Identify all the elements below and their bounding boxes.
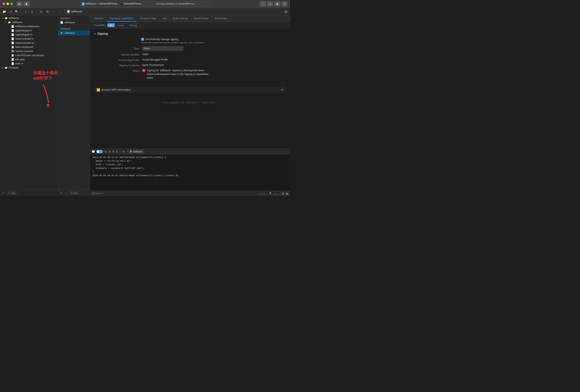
tree-item-products[interactable]: ▶ 📁 Products: [0, 66, 58, 70]
traffic-lights: [2, 2, 13, 5]
add-capability-button[interactable]: + Capability: [92, 24, 105, 27]
prev-nav-icon[interactable]: ‹: [51, 9, 56, 14]
section-toggle-icon[interactable]: ▼: [94, 33, 96, 35]
run-status-bar: Running wifiName on Dexter的iPhone: [143, 1, 209, 6]
add-editor-button[interactable]: ＋: [260, 1, 266, 7]
tree-item-main-storyboard[interactable]: ▶ 📋 Main.storyboard: [0, 45, 58, 49]
team-label: Team: [98, 46, 140, 51]
tab-build-settings[interactable]: Build Settings: [170, 15, 191, 22]
file-icon: 📄: [67, 10, 70, 13]
status-text-area: Signing for "wifiName" requires a develo…: [147, 69, 214, 80]
run-button[interactable]: ▶: [17, 1, 22, 6]
toolbar-sep-3: [64, 9, 65, 14]
warning-icon[interactable]: ⚠: [23, 9, 28, 14]
inspector-button[interactable]: ☰: [282, 1, 288, 6]
diff-icon[interactable]: Δ: [29, 9, 34, 14]
console-up-icon[interactable]: ⬆: [112, 150, 115, 153]
tree-item-info-plist[interactable]: ▶ 📄 Info.plist: [0, 57, 58, 62]
layout-toggle-button[interactable]: ⇄: [267, 1, 273, 6]
console-sep: [126, 150, 126, 153]
fullscreen-button[interactable]: [10, 2, 13, 5]
seg-all-button[interactable]: All: [107, 23, 115, 27]
console-split-icon[interactable]: ⊡: [116, 150, 118, 153]
bundle-id-value: -0000: [142, 52, 214, 56]
folder-icon-products: 📁: [4, 66, 8, 69]
tree-label-mainm: main.m: [15, 62, 23, 65]
seg-release-button[interactable]: Release: [127, 23, 140, 27]
tab-signing[interactable]: Signing & Capabilities: [107, 15, 137, 22]
tree-item-viewcontroller-h[interactable]: ▶ 📄 ViewController.h: [0, 37, 58, 41]
targets-section-label: TARGETS: [58, 27, 90, 31]
project-nav-icon: 📄: [60, 21, 63, 24]
sidebar-bottom: ＋ ⊙ Filter: [0, 190, 58, 196]
grid-icon[interactable]: ⊞: [45, 9, 50, 14]
tree-label-sub: wifiName: [12, 21, 22, 24]
console-line-5: }: [92, 170, 288, 174]
bundle-id-label: Bundle Identifier: [98, 52, 140, 56]
tree-item-entitlements[interactable]: ▶ 📄 wifiName.entitlements: [0, 24, 58, 28]
source-control-icon[interactable]: ⎇: [8, 9, 13, 14]
console-output[interactable]: 2020-08-05 08:41:07.089798+0800 wifiName…: [90, 155, 290, 191]
nav-item-target[interactable]: ⚡ wifiName: [58, 31, 90, 35]
targets-section: TARGETS ⚡ wifiName: [58, 26, 90, 36]
view-mode-button[interactable]: ▣: [274, 1, 280, 6]
tree-item-appdelegate-m[interactable]: ▶ 📄 AppDelegate.m: [0, 33, 58, 37]
tree-item-assets[interactable]: ▶ 📦 Assets.xcassets: [0, 49, 58, 53]
console-all-output-label: All Output ⇧: [92, 192, 104, 195]
auto-signing-label[interactable]: Automatically manage signing: [141, 38, 205, 41]
console-branch-icon[interactable]: ⑂: [120, 150, 121, 153]
console-pause-icon[interactable]: ⏸: [104, 150, 107, 153]
project-navigator: PROJECT 📄 wifiName TARGETS ⚡ wifiName ＋ …: [58, 15, 90, 196]
console-msg-icon[interactable]: 💬: [92, 150, 95, 153]
team-dropdown[interactable]: None ⌄: [142, 46, 183, 51]
find-icon[interactable]: 🔍: [14, 9, 19, 14]
memory-icon[interactable]: ◎: [39, 9, 44, 14]
inspector-toggle-icon[interactable]: ▤: [283, 9, 288, 14]
capability-close-button[interactable]: ✕: [281, 88, 283, 92]
file-icon-vch: 📄: [11, 37, 14, 40]
project-name-label: wifiName — Dexter的iPhone: [86, 2, 117, 5]
file-icon-ent: 📄: [11, 25, 14, 28]
tree-item-appdelegate-h[interactable]: ▶ 📄 AppDelegate.h: [0, 28, 58, 33]
tab-resource-tags[interactable]: Resource Tags: [137, 15, 159, 22]
signing-cert-label: Signing Certificate: [98, 63, 140, 67]
auto-signing-checkbox[interactable]: [141, 38, 144, 41]
tab-build-rules[interactable]: Build Rules: [212, 15, 230, 22]
capability-name: Access WiFi Information: [102, 88, 131, 91]
tree-item-viewcontroller-m[interactable]: ▶ 📄 ViewController.m: [0, 41, 58, 45]
console-area: 💬 ⏸ ⬇ ⬆ ⊡ ⑂ ➤ ⚡ wifiName 2020-08-05 08:4…: [90, 149, 290, 196]
prov-profile-value: Xcode Managed Profile: [142, 58, 214, 62]
add-file-button[interactable]: ＋: [2, 191, 5, 195]
tree-item-main-m[interactable]: ▶ 📄 main.m: [0, 62, 58, 66]
file-icon-adh: 📄: [11, 29, 14, 32]
nav-filter-badge[interactable]: ⊙ Filter: [69, 191, 80, 195]
section-divider: [94, 83, 286, 83]
add-target-button[interactable]: ＋: [60, 191, 63, 195]
tab-info[interactable]: Info: [159, 15, 169, 22]
tree-item-wifiname-sub[interactable]: ▼ 📁 wifiName: [0, 20, 58, 24]
signing-grid: Team None ⌄ Bundle Identifier -0000 Prov…: [98, 46, 214, 80]
folder-icon-root: 📁: [4, 16, 8, 20]
project-section: PROJECT 📄 wifiName: [58, 15, 90, 26]
nav-item-project-label: wifiName: [64, 21, 75, 24]
console-down-icon[interactable]: ⬇: [108, 150, 111, 153]
toolbar-file-title: 📄 wifiName: [67, 10, 82, 13]
stop-button[interactable]: ◼: [23, 1, 29, 6]
console-arrow-icon[interactable]: ➤: [122, 150, 125, 153]
file-icon-plist: 📄: [11, 58, 14, 61]
folder-icon[interactable]: 📁: [2, 9, 7, 14]
close-button[interactable]: [2, 2, 5, 5]
tree-item-launchscreen[interactable]: ▶ 📋 LaunchScreen.storyboard: [0, 53, 58, 57]
title-bar-center: ⚡ wifiName — Dexter的iPhone › 📱 Dexter的iP…: [81, 1, 208, 6]
remove-target-button[interactable]: －: [64, 191, 67, 195]
tab-build-phases[interactable]: Build Phases: [191, 15, 212, 22]
console-toggle[interactable]: [96, 150, 103, 153]
nav-item-project[interactable]: 📄 wifiName: [58, 20, 90, 25]
next-nav-icon[interactable]: ›: [57, 9, 62, 14]
capability-row: 📶 Access WiFi Information ✕: [94, 87, 286, 93]
filter-badge[interactable]: ⊙ Filter: [6, 191, 17, 195]
tab-general[interactable]: General: [92, 15, 106, 22]
tree-item-root[interactable]: ▼ 📁 wifiName: [0, 16, 58, 20]
minimize-button[interactable]: [6, 2, 9, 5]
seg-debug-button[interactable]: Debug: [115, 23, 126, 27]
